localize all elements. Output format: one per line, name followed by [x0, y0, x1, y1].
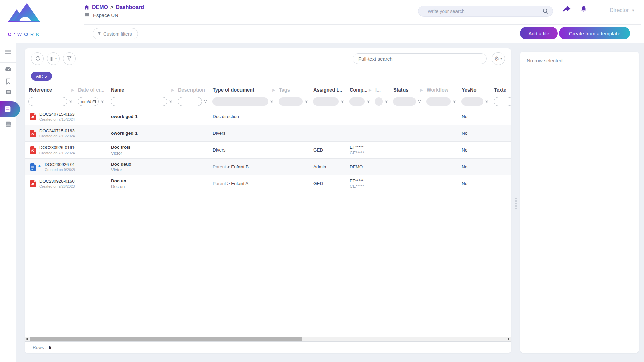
fulltext-search[interactable] [353, 53, 487, 64]
global-search-input[interactable] [428, 9, 542, 14]
filter-comp-disabled [349, 97, 365, 106]
book-icon [85, 12, 90, 18]
fulltext-search-input[interactable] [358, 56, 481, 62]
filter-date-input[interactable]: mm/d [78, 97, 99, 106]
funnel-icon[interactable] [485, 100, 489, 103]
detail-panel: No row selected [520, 52, 639, 353]
pdf-file-icon [30, 180, 36, 188]
breadcrumb-root[interactable]: DEMO [92, 4, 108, 10]
filter-name-input[interactable] [111, 97, 167, 106]
funnel-icon[interactable] [304, 100, 308, 103]
panel-resize-handle[interactable] [514, 198, 518, 209]
chevron-down-icon: ▼ [631, 8, 635, 12]
funnel-icon[interactable] [366, 100, 370, 103]
document-created: Created on 7/15/2024 2:45:08 AM [39, 134, 75, 138]
table-row[interactable]: DOC230926-01608-0Created on 9/26/2023 3:… [25, 175, 511, 192]
filter-i-disabled [375, 97, 383, 106]
scrollbar-thumb[interactable] [30, 337, 302, 341]
col-name[interactable]: Name▶ [108, 87, 175, 93]
table-row[interactable]: wDOC230926-01609-0Created on 9/26/2023 3… [25, 159, 511, 175]
funnel-icon[interactable] [270, 100, 274, 103]
yesno-value: No [458, 131, 491, 136]
global-search[interactable] [418, 6, 553, 17]
svg-text:w: w [31, 168, 33, 170]
no-row-selected-text: No row selected [527, 58, 632, 63]
table-settings-button[interactable]: ⚙ ▼ [492, 52, 505, 65]
sidebar-item-documents-active[interactable] [0, 101, 20, 117]
refresh-button[interactable] [31, 52, 44, 65]
col-comp[interactable]: Comp...▶ [346, 87, 372, 93]
assigned-to: GED [310, 181, 346, 186]
col-date-of-creation[interactable]: Date of cr... [75, 87, 108, 93]
funnel-icon[interactable] [69, 100, 73, 103]
menu-icon[interactable] [0, 46, 16, 58]
search-icon[interactable] [542, 8, 549, 14]
col-texte[interactable]: Texte [491, 87, 511, 93]
filter-reference-input[interactable] [28, 97, 67, 106]
assigned-to: Admin [310, 164, 346, 169]
sidebar-item-bookmarks[interactable] [0, 76, 16, 87]
share-icon[interactable] [562, 5, 571, 13]
documents-table-card: ▼ ⚙ ▼ All : 5 Reference▶ Date of cr... N… [25, 48, 511, 353]
col-description[interactable]: Description [175, 87, 209, 93]
add-file-button[interactable]: Add a file [520, 27, 558, 39]
comp-line2: CE***** [350, 150, 372, 155]
filter-button[interactable] [63, 52, 76, 65]
funnel-icon[interactable] [100, 100, 104, 103]
table-toolbar: ▼ ⚙ ▼ [25, 48, 511, 69]
home-icon[interactable] [84, 5, 90, 10]
document-name: Doc un [111, 178, 175, 183]
columns-button[interactable]: ▼ [47, 52, 60, 65]
col-i[interactable]: I... [372, 87, 390, 93]
filter-yesno-disabled [461, 97, 483, 106]
col-yesno[interactable]: YesNo [458, 87, 491, 93]
app-logo[interactable]: O'WORK [6, 3, 44, 37]
breadcrumb-current[interactable]: Dashboard [116, 4, 144, 10]
comp-line1: ET***** [350, 145, 372, 150]
table-row[interactable]: DOC240715-01636-0Created on 7/15/2024 2:… [25, 108, 511, 125]
scroll-right-icon[interactable] [508, 338, 510, 340]
sidebar-item-library[interactable] [0, 87, 16, 99]
document-created: Created on 7/15/2024 2:55:38 AM [39, 117, 75, 121]
all-count-badge[interactable]: All : 5 [31, 72, 52, 81]
col-workflow[interactable]: Workflow [423, 87, 458, 93]
col-status[interactable]: Status▶ [390, 87, 423, 93]
notifications-bell-icon[interactable] [580, 5, 588, 14]
expand-column-icon[interactable]: ▶ [171, 88, 174, 92]
table-row[interactable]: DOC230926-01610-3Created on 7/15/2024 2:… [25, 142, 511, 159]
col-type-of-document[interactable]: Type of document▶ [209, 87, 276, 93]
user-role-dropdown[interactable]: Director ▼ [610, 7, 635, 13]
expand-column-icon[interactable]: ▶ [369, 88, 371, 92]
funnel-icon[interactable] [169, 100, 173, 103]
rows-label: Rows : [33, 345, 46, 350]
left-sidebar [0, 43, 16, 362]
filter-description-input[interactable] [178, 97, 202, 106]
document-name: owork ged 1 [111, 131, 175, 136]
funnel-icon[interactable] [204, 100, 207, 103]
sidebar-item-notes[interactable] [0, 119, 16, 130]
funnel-icon[interactable] [452, 100, 456, 103]
col-assigned-to[interactable]: Assigned t... [310, 87, 346, 93]
funnel-icon[interactable] [384, 100, 388, 103]
sidebar-item-dashboard[interactable] [0, 64, 16, 75]
calendar-icon[interactable] [92, 100, 96, 103]
expand-column-icon[interactable]: ▶ [71, 88, 74, 92]
yesno-value: No [458, 181, 491, 186]
funnel-icon[interactable] [418, 100, 421, 103]
expand-column-icon[interactable]: ▶ [272, 88, 275, 92]
col-tags[interactable]: Tags [276, 87, 310, 93]
type-main: Divers [213, 147, 225, 153]
funnel-icon[interactable] [340, 100, 344, 103]
yesno-value: No [458, 147, 491, 153]
expand-column-icon[interactable]: ▶ [420, 88, 423, 92]
col-reference[interactable]: Reference▶ [25, 87, 75, 93]
custom-filters-button[interactable]: Custom filters [93, 28, 138, 39]
bookmark-icon [6, 78, 11, 85]
notification-bell-icon [37, 164, 42, 169]
horizontal-scrollbar[interactable] [25, 337, 511, 341]
table-footer: Rows : 5 [25, 341, 511, 353]
scroll-left-icon[interactable] [26, 338, 28, 340]
create-from-template-button[interactable]: Create from a template [559, 27, 630, 39]
filter-texte-input[interactable] [494, 97, 511, 106]
table-row[interactable]: DOC240715-01630-0Created on 7/15/2024 2:… [25, 125, 511, 142]
